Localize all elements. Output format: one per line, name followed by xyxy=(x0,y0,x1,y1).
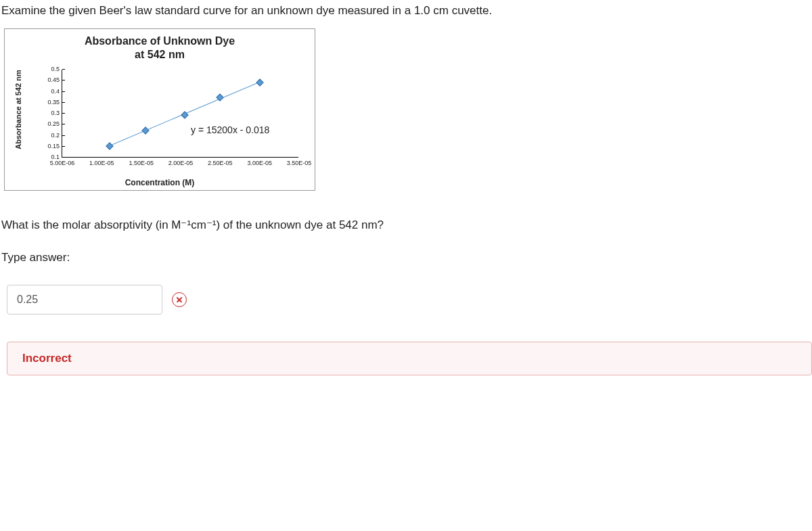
x-tick: 1.50E-05 xyxy=(129,157,154,166)
chart-container: Absorbance of Unknown Dye at 542 nm Abso… xyxy=(4,28,315,191)
data-point xyxy=(141,126,149,134)
answer-row xyxy=(7,285,811,315)
y-tick: 0.15 xyxy=(47,143,62,149)
y-tick: 0.5 xyxy=(51,66,62,72)
data-point xyxy=(256,78,263,86)
y-tick: 0.4 xyxy=(51,88,62,95)
prompt-text: Examine the given Beer's law standard cu… xyxy=(1,4,811,18)
chart-title-line1: Absorbance of Unknown Dye xyxy=(85,35,235,47)
x-tick: 5.00E-06 xyxy=(50,157,75,166)
plot-area: 0.10.150.20.250.30.350.40.450.55.00E-061… xyxy=(62,70,298,158)
y-tick: 0.45 xyxy=(47,76,62,83)
feedback-box: Incorrect xyxy=(7,342,812,375)
incorrect-icon xyxy=(172,292,187,307)
chart-ylabel: Absorbance at 542 nm xyxy=(14,70,22,149)
y-tick: 0.2 xyxy=(51,132,62,139)
x-tick: 2.50E-05 xyxy=(208,157,233,166)
chart-xlabel: Concentration (M) xyxy=(5,178,315,187)
x-tick: 3.00E-05 xyxy=(247,157,272,166)
type-answer-label: Type answer: xyxy=(1,251,811,264)
question-text: What is the molar absorptivity (in M⁻¹cm… xyxy=(1,218,811,232)
chart-title-line2: at 542 nm xyxy=(5,48,315,62)
y-tick: 0.25 xyxy=(47,120,62,127)
y-tick: 0.3 xyxy=(51,110,62,116)
answer-input[interactable] xyxy=(7,285,162,315)
trendline-equation: y = 15200x - 0.018 xyxy=(191,124,269,135)
x-tick: 2.00E-05 xyxy=(168,157,194,166)
feedback-text: Incorrect xyxy=(22,352,72,365)
x-tick: 1.00E-05 xyxy=(89,157,114,166)
chart-title: Absorbance of Unknown Dye at 542 nm xyxy=(5,34,315,62)
x-tick: 3.50E-05 xyxy=(287,157,312,166)
data-point xyxy=(106,142,113,149)
y-tick: 0.35 xyxy=(47,99,62,106)
